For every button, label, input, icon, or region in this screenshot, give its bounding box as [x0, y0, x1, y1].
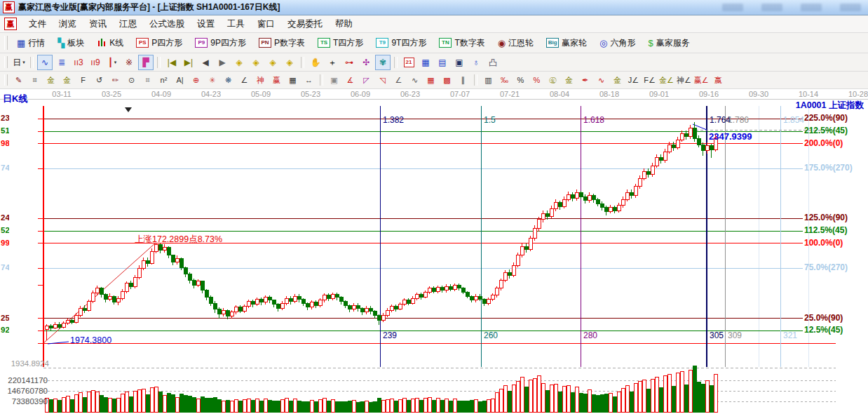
gold-box-icon[interactable]: 金: [610, 73, 625, 87]
9t-square-button[interactable]: T99T四方形: [369, 35, 433, 51]
shen-ruler-icon[interactable]: 神: [253, 73, 268, 87]
menu-item-文件[interactable]: 文件: [22, 16, 53, 32]
web-grid-icon[interactable]: ❋: [221, 73, 236, 87]
chip-pattern-icon[interactable]: ※: [121, 55, 137, 70]
save-icon[interactable]: ▣: [452, 55, 467, 70]
winner-wheel-button[interactable]: Big赢家轮: [540, 35, 593, 51]
menu-item-江恩[interactable]: 江恩: [113, 16, 143, 32]
j-angle-icon[interactable]: J∠: [626, 73, 641, 87]
angle-tool-icon[interactable]: ∠: [237, 73, 252, 87]
bars3-icon[interactable]: ıı3: [71, 55, 86, 70]
candle-pen-icon[interactable]: ✒: [578, 73, 592, 87]
network-icon[interactable]: ♁: [468, 55, 484, 70]
menu-item-资讯[interactable]: 资讯: [83, 16, 113, 32]
menu-item-公式选股[interactable]: 公式选股: [143, 16, 191, 32]
ying-ruler-icon[interactable]: 赢: [269, 73, 284, 87]
quotes-button[interactable]: ▦行情: [11, 35, 51, 51]
drag-hand-icon[interactable]: ✋: [308, 55, 323, 70]
gann-shape-icon[interactable]: ✣: [358, 55, 374, 70]
text-tool-icon[interactable]: A|: [172, 73, 187, 87]
menu-item-帮助[interactable]: 帮助: [329, 16, 359, 32]
titlebar: 赢 赢家江恩专业版[赢家内部服务平台] - [上证指数 SH1A0001-167…: [0, 0, 868, 15]
print-icon[interactable]: 凸: [485, 55, 501, 70]
percent-line-icon[interactable]: %: [529, 73, 544, 87]
t-number-button[interactable]: TNT数字表: [433, 35, 491, 51]
gann-wheel-button[interactable]: ◉江恩轮: [491, 35, 540, 51]
brush-ruler-icon[interactable]: ✏: [108, 73, 123, 87]
chart-area[interactable]: 日K线 03-1103-2504-0904-2305-0905-2306-090…: [0, 89, 868, 414]
calculator-icon[interactable]: ▦: [418, 55, 433, 70]
pan-right-icon-glyph: ◈: [252, 58, 259, 67]
gold-angle-icon[interactable]: 金∠: [658, 73, 674, 87]
radial-web-icon[interactable]: ✳: [205, 73, 219, 87]
candle-style-dropdown[interactable]: ┃▾: [104, 55, 120, 70]
comb-ruler-icon[interactable]: ⌗: [140, 73, 155, 87]
measure-width-icon[interactable]: ↔: [301, 73, 316, 87]
next-icon[interactable]: ▶: [215, 55, 230, 70]
ruler-icon[interactable]: ⌗: [27, 73, 42, 87]
fan-lines-icon[interactable]: ∡: [343, 73, 358, 87]
prev-icon[interactable]: ◀: [198, 55, 213, 70]
p-square-button[interactable]: PSP四方形: [130, 35, 189, 51]
sectors-button[interactable]: ▚板块: [51, 35, 90, 51]
first-page-icon[interactable]: |◀: [164, 55, 179, 70]
gann-grid-icon[interactable]: ▦: [423, 73, 438, 87]
menu-item-交易委托[interactable]: 交易委托: [281, 16, 329, 32]
gold-circle-icon[interactable]: ㊎: [545, 73, 560, 87]
winner-service-button[interactable]: $赢家服务: [642, 35, 696, 51]
bars9-icon[interactable]: ıı9: [88, 55, 103, 70]
last-page-icon[interactable]: ▶|: [181, 55, 196, 70]
shen-angle-icon[interactable]: 神∠: [676, 73, 692, 87]
notes-icon[interactable]: ▤: [435, 55, 450, 70]
menu-item-工具[interactable]: 工具: [221, 16, 251, 32]
shen-angle-icon-glyph: 神∠: [677, 76, 691, 84]
a-wave-icon[interactable]: ∿: [594, 73, 609, 87]
level-bars-icon[interactable]: ▥: [481, 73, 496, 87]
box-tool-icon[interactable]: ▣: [327, 73, 341, 87]
print-icon-glyph: 凸: [489, 58, 497, 67]
crosshair-icon[interactable]: ＋: [325, 55, 340, 70]
menu-item-设置[interactable]: 设置: [191, 16, 221, 32]
zoom-out-icon[interactable]: ◈: [282, 55, 297, 70]
target-icon[interactable]: ⊕: [189, 73, 203, 87]
period-day-dropdown[interactable]: 日▾: [11, 55, 27, 70]
zigzag-line-icon[interactable]: ∿: [37, 55, 53, 70]
clock-ruler-icon-glyph: ⊙: [128, 76, 135, 84]
f-ruler-icon[interactable]: F: [76, 73, 90, 87]
kline-button[interactable]: K线: [90, 35, 130, 51]
spiral-icon[interactable]: ↺: [92, 73, 107, 87]
pan-right-icon[interactable]: ◈: [248, 55, 264, 70]
fan-box-icon[interactable]: ◸: [359, 73, 374, 87]
calendar-icon[interactable]: 21: [401, 55, 416, 70]
measure-line-icon[interactable]: ⊶: [341, 55, 357, 70]
pan-left-icon[interactable]: ◈: [231, 55, 247, 70]
ying-angle-icon[interactable]: 赢∠: [693, 73, 710, 87]
gann-grid2-icon[interactable]: ▩: [440, 73, 454, 87]
zoom-in-icon[interactable]: ◈: [265, 55, 280, 70]
clock-ruler-icon[interactable]: ⊙: [124, 73, 139, 87]
gann-pen-icon[interactable]: ✎: [11, 73, 26, 87]
permille-icon[interactable]: ‰: [497, 73, 512, 87]
kline-chart-canvas[interactable]: [0, 99, 868, 414]
wave-tool-icon[interactable]: ∿: [407, 73, 422, 87]
menu-item-浏览[interactable]: 浏览: [53, 16, 83, 32]
info-list-icon[interactable]: ≣: [54, 55, 69, 70]
gold-ruler2-icon[interactable]: 金: [60, 73, 74, 87]
angle-fan-icon[interactable]: ∠: [391, 73, 406, 87]
gold-lines-icon[interactable]: 金: [562, 73, 576, 87]
f-angle-icon[interactable]: F∠: [642, 73, 657, 87]
p-number-button[interactable]: PNP数字表: [252, 35, 311, 51]
histogram-icon[interactable]: ▛: [138, 55, 154, 70]
smart-analysis-icon[interactable]: ✾: [375, 55, 391, 70]
t-square-button[interactable]: TST四方形: [311, 35, 369, 51]
grid-ruler-icon[interactable]: ▦: [285, 73, 300, 87]
gold-ruler-icon[interactable]: 金: [43, 73, 58, 87]
hexagon-button[interactable]: ◎六角形: [593, 35, 642, 51]
ying2-angle-icon[interactable]: 嬴: [711, 73, 726, 87]
menu-item-窗口[interactable]: 窗口: [251, 16, 281, 32]
percent-icon[interactable]: %: [513, 73, 528, 87]
n2-ruler-icon[interactable]: n²: [156, 73, 171, 87]
9p-square-button[interactable]: P99P四方形: [189, 35, 252, 51]
fan-box2-icon[interactable]: ◹: [375, 73, 390, 87]
parallel-lines-icon[interactable]: ∥: [456, 73, 470, 87]
